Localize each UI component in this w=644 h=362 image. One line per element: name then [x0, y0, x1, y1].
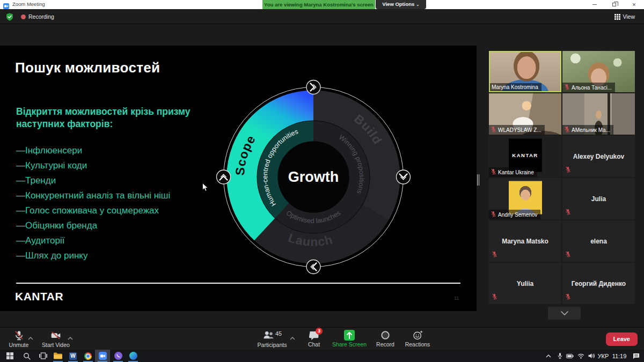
participant-name: Andriy Semenov — [498, 212, 537, 218]
view-options-button[interactable]: View Options ⌄ — [376, 0, 426, 9]
tray-expand-button[interactable] — [543, 350, 554, 362]
restore-button[interactable] — [604, 0, 624, 9]
window-titlebar: Zoom Meeting You are viewing Maryna Kost… — [0, 0, 644, 9]
share-screen-button[interactable]: Share Screen — [329, 330, 370, 348]
bullet-item: —Голос споживача у соцмережах — [16, 203, 170, 218]
bullet-item: —Конкурентний аналіз та вільні ніші — [16, 188, 170, 203]
start-button[interactable] — [2, 350, 17, 362]
view-layout-button[interactable]: View — [611, 12, 639, 21]
participant-name: Альона Танасі... — [572, 85, 612, 91]
folder-icon — [54, 352, 62, 359]
language-indicator[interactable]: УКР — [596, 350, 611, 362]
bullet-item: —Обіцянки бренда — [16, 218, 170, 233]
clock[interactable]: 11:19 — [610, 350, 629, 362]
windows-taskbar: W УКР 11:19 — [0, 350, 644, 362]
wheel-arrow-right-icon — [397, 170, 411, 184]
unmute-options-caret[interactable] — [28, 333, 33, 342]
muted-mic-icon — [565, 165, 571, 175]
muted-mic-icon — [565, 250, 571, 260]
wheel-arrow-top-icon — [306, 80, 320, 94]
participant-tile[interactable]: АМельник Ма... — [562, 93, 635, 135]
participant-name: Yuliia — [489, 263, 561, 304]
chat-button[interactable]: Chat 3 — [294, 330, 334, 348]
participant-name: Alexey Delyukov — [562, 136, 635, 177]
participant-tile[interactable]: Julia — [562, 178, 635, 219]
tray-volume-icon[interactable] — [586, 350, 597, 362]
participant-name: Георгий Диденко — [562, 263, 635, 304]
file-explorer-button[interactable] — [50, 350, 65, 362]
muted-mic-icon — [492, 250, 497, 260]
action-center-button[interactable] — [630, 350, 642, 362]
chevron-down-icon — [561, 311, 568, 315]
search-icon — [23, 352, 31, 360]
muted-mic-icon — [491, 211, 496, 218]
participant-tile[interactable]: Yuliia — [489, 263, 561, 304]
tray-mic-icon[interactable] — [555, 350, 565, 362]
participant-tile[interactable]: Георгий Диденко — [562, 263, 635, 304]
muted-mic-icon — [491, 168, 496, 176]
bullet-item: —Шлях до ринку — [16, 248, 170, 263]
participant-name: WLADYSLAW Z... — [498, 127, 541, 133]
participant-name-badge: WLADYSLAW Z... — [489, 125, 545, 135]
participant-tile[interactable]: Альона Танасі... — [562, 51, 635, 92]
shared-screen-slide: Пошук можливостей Відкриття можливостей … — [0, 46, 477, 311]
kantar-logo: KANTAR — [15, 290, 63, 303]
windows-logo-icon — [6, 352, 13, 359]
unmute-button[interactable]: Unmute — [0, 330, 39, 348]
participant-name: Maryna Kostromina — [492, 84, 538, 90]
zoom-taskbar-button[interactable] — [95, 350, 110, 362]
notification-icon — [633, 353, 640, 359]
bullet-item: —Тренди — [16, 173, 170, 188]
encryption-shield-icon — [6, 13, 13, 23]
participant-name: Julia — [562, 178, 635, 219]
muted-mic-icon — [492, 292, 497, 302]
window-title: Zoom Meeting — [12, 1, 45, 7]
bullet-item: —Інфлюенсери — [16, 143, 170, 158]
close-button[interactable]: ✕ — [624, 0, 644, 9]
participant-name-badge: АМельник Ма... — [562, 125, 613, 135]
leave-button[interactable]: Leave — [606, 333, 638, 346]
panel-resize-handle[interactable] — [477, 174, 479, 186]
participant-name-badge: Andriy Semenov — [489, 210, 540, 219]
tray-battery-icon[interactable] — [565, 350, 575, 362]
bullet-item: —Аудиторії — [16, 233, 170, 248]
viewing-screen-banner: You are viewing Maryna Kostromina's scre… — [262, 0, 375, 9]
muted-mic-icon — [564, 84, 570, 91]
reactions-button[interactable]: Reactions — [397, 330, 438, 348]
participant-tile[interactable]: WLADYSLAW Z... — [489, 93, 561, 135]
screen: { "window": { "title": "Zoom Meeting", "… — [0, 0, 644, 362]
slide-divider-line — [16, 283, 460, 284]
edge-button[interactable] — [126, 350, 141, 362]
participant-tile[interactable]: Maryna Matsko — [489, 220, 561, 262]
minimize-button[interactable] — [584, 0, 604, 9]
task-view-button[interactable] — [35, 350, 50, 362]
slide-page-number: 11 — [454, 295, 459, 301]
word-button[interactable]: W — [65, 350, 80, 362]
video-options-caret[interactable] — [68, 333, 73, 342]
chrome-button[interactable] — [80, 350, 96, 362]
search-button[interactable] — [19, 350, 34, 362]
chevron-down-icon: ⌄ — [416, 2, 420, 7]
participant-tile[interactable]: Andriy Semenov — [489, 178, 561, 219]
wheel-center-label: Growth — [288, 169, 339, 185]
slide-title: Пошук можливостей — [15, 60, 160, 76]
participant-name: АМельник Ма... — [572, 127, 610, 133]
avatar — [509, 181, 542, 214]
edge-icon — [129, 352, 137, 360]
window-controls: ✕ — [584, 0, 644, 9]
wheel-arrow-left-icon — [217, 170, 231, 184]
participants-button[interactable]: 45 Participants — [252, 330, 292, 348]
participant-tile[interactable]: KANTARKantar Ukraine — [489, 136, 561, 177]
participants-scroll-down-button[interactable] — [548, 307, 581, 320]
growth-wheel-diagram: Growth Scope Build Launch Human-centred … — [211, 75, 415, 279]
participants-icon — [262, 330, 274, 341]
participant-tile[interactable]: Maryna Kostromina — [489, 51, 561, 92]
reactions-icon — [412, 330, 423, 341]
participant-tile[interactable]: Alexey Delyukov — [562, 136, 635, 177]
viber-button[interactable] — [111, 350, 126, 362]
tray-wifi-icon[interactable] — [575, 350, 586, 362]
participant-name: Kantar Ukraine — [498, 169, 534, 175]
zoom-icon — [99, 352, 107, 360]
chat-unread-badge: 3 — [316, 328, 323, 335]
participant-tile[interactable]: elena — [562, 220, 635, 262]
